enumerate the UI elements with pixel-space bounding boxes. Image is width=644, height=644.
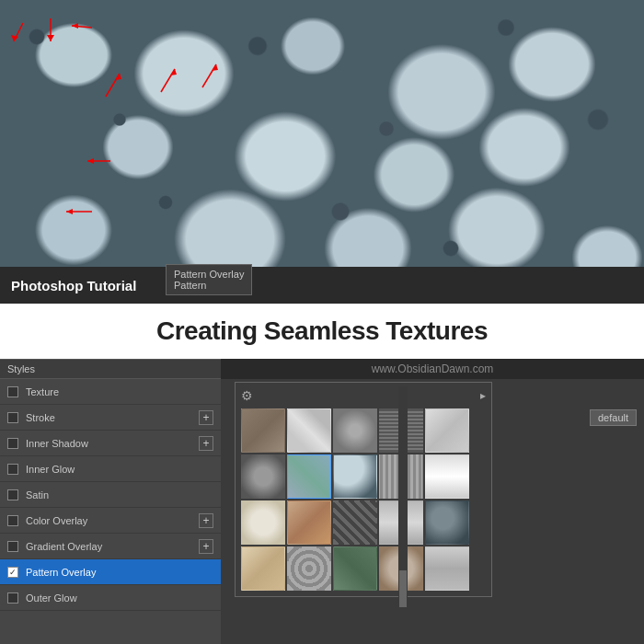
gradient-overlay-plus[interactable]: +: [199, 539, 213, 554]
panel-header: Styles: [0, 360, 221, 379]
pattern-overlay-label: Pattern Overlay: [26, 567, 213, 578]
inner-shadow-label: Inner Shadow: [26, 438, 199, 449]
satin-label: Satin: [26, 489, 213, 500]
color-overlay-label: Color Overlay: [26, 515, 199, 526]
styles-panel: Styles Texture Stroke + Inner Shadow + I…: [0, 359, 221, 644]
style-item-color-overlay[interactable]: Color Overlay +: [0, 508, 221, 534]
satin-checkbox[interactable]: [7, 489, 18, 500]
pattern-overlay-checkbox[interactable]: ✓: [7, 567, 18, 578]
tutorial-dark-bar: Photoshop Tutorial: [0, 267, 644, 304]
style-item-pattern-overlay[interactable]: ✓ Pattern Overlay: [0, 559, 221, 585]
watermark-text: www.ObsidianDawn.com: [372, 362, 494, 375]
texture-thumb-13[interactable]: [333, 500, 377, 545]
texture-thumb-15[interactable]: [425, 500, 469, 545]
texture-thumb-10[interactable]: [425, 454, 469, 499]
style-item-texture[interactable]: Texture: [0, 379, 221, 405]
tooltip-line2: Pattern: [174, 280, 244, 291]
texture-scrollbar[interactable]: [398, 386, 408, 616]
style-item-inner-shadow[interactable]: Inner Shadow +: [0, 431, 221, 456]
outer-glow-label: Outer Glow: [26, 592, 213, 604]
color-overlay-plus[interactable]: +: [199, 513, 213, 528]
texture-thumb-2[interactable]: [287, 408, 331, 453]
texture-panel-header: ⚙ ▸: [241, 388, 486, 403]
tutorial-label: Photoshop Tutorial: [11, 278, 136, 293]
texture-background: [0, 0, 644, 285]
style-item-outer-glow[interactable]: Outer Glow: [0, 585, 221, 611]
tutorial-banner: Photoshop Tutorial Creating Seamless Tex…: [0, 267, 644, 359]
texture-thumb-20[interactable]: [425, 546, 469, 591]
texture-picker-panel: ⚙ ▸: [235, 382, 492, 597]
inner-glow-label: Inner Glow: [26, 464, 213, 475]
style-item-gradient-overlay[interactable]: Gradient Overlay +: [0, 534, 221, 559]
inner-shadow-plus[interactable]: +: [199, 436, 213, 451]
style-item-stroke[interactable]: Stroke +: [0, 405, 221, 431]
texture-thumb-17[interactable]: [287, 546, 331, 591]
texture-label: Texture: [26, 386, 213, 397]
expand-icon: ▸: [480, 389, 486, 402]
texture-grid: [241, 408, 486, 591]
default-button-label: default: [598, 412, 628, 423]
texture-thumb-16[interactable]: [241, 546, 285, 591]
texture-thumb-6[interactable]: [241, 454, 285, 499]
texture-thumb-1[interactable]: [241, 408, 285, 453]
style-item-satin[interactable]: Satin: [0, 482, 221, 508]
texture-thumb-18[interactable]: [333, 546, 377, 591]
inner-glow-checkbox[interactable]: [7, 464, 18, 475]
texture-thumb-5[interactable]: [425, 408, 469, 453]
tooltip-line1: Pattern Overlay: [174, 269, 244, 280]
gear-icon[interactable]: ⚙: [241, 388, 253, 403]
inner-shadow-checkbox[interactable]: [7, 438, 18, 449]
texture-thumb-12[interactable]: [287, 500, 331, 545]
texture-thumb-3[interactable]: [333, 408, 377, 453]
panel-header-label: Styles: [7, 363, 35, 374]
color-overlay-checkbox[interactable]: [7, 515, 18, 526]
stroke-checkbox[interactable]: [7, 412, 18, 423]
tutorial-white-bar: Creating Seamless Textures: [0, 304, 644, 359]
texture-thumb-7[interactable]: [287, 454, 331, 499]
style-item-inner-glow[interactable]: Inner Glow: [0, 456, 221, 482]
watermark: www.ObsidianDawn.com: [221, 359, 644, 379]
texture-thumb-11[interactable]: [241, 500, 285, 545]
texture-checkbox[interactable]: [7, 386, 18, 397]
texture-scrollbar-thumb[interactable]: [399, 570, 407, 607]
stroke-plus[interactable]: +: [199, 410, 213, 425]
tutorial-title: Creating Seamless Textures: [156, 316, 488, 346]
gradient-overlay-label: Gradient Overlay: [26, 541, 199, 552]
outer-glow-checkbox[interactable]: [7, 592, 18, 604]
gradient-overlay-checkbox[interactable]: [7, 541, 18, 552]
texture-thumb-8[interactable]: [333, 454, 377, 499]
lichen-texture: [0, 0, 644, 285]
stroke-label: Stroke: [26, 412, 199, 423]
pattern-tooltip: Pattern Overlay Pattern: [166, 264, 252, 295]
default-button[interactable]: default: [590, 409, 637, 426]
